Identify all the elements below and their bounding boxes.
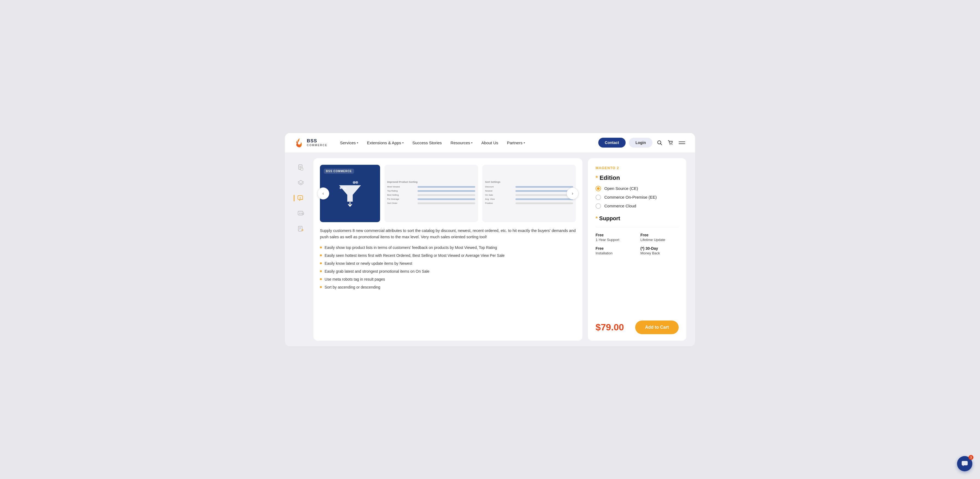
price-action: $79.00 Add to Cart [595, 316, 679, 334]
bullet-icon [320, 262, 322, 264]
svg-point-24 [353, 181, 355, 184]
sidebar-star-comment-icon[interactable] [296, 193, 306, 203]
svg-rect-26 [355, 181, 358, 183]
sidebar-layers-icon[interactable] [296, 178, 306, 188]
gallery-images: BSS COMMERCE [320, 165, 576, 222]
svg-point-3 [671, 144, 672, 145]
edition-ce-option[interactable]: Open Source (CE) [595, 186, 679, 191]
chevron-down-icon: ▾ [471, 141, 473, 144]
logo-bss: BSS [307, 138, 327, 144]
chevron-down-icon: ▾ [357, 141, 358, 144]
gallery-prev-button[interactable]: ‹ [317, 187, 329, 200]
main-nav: Services ▾ Extensions & Apps ▾ Success S… [336, 138, 598, 147]
hamburger-menu[interactable] [678, 140, 686, 145]
svg-line-1 [660, 144, 662, 145]
nav-partners[interactable]: Partners ▾ [503, 138, 529, 147]
svg-rect-16 [298, 226, 302, 231]
svg-rect-27 [962, 461, 968, 465]
login-button[interactable]: Login [629, 138, 652, 148]
chevron-down-icon: ▾ [523, 141, 525, 144]
product-price: $79.00 [595, 322, 624, 333]
gallery-next-button[interactable]: › [566, 187, 579, 200]
radio-ce[interactable] [595, 186, 601, 191]
list-item: Easily show top product lists in terms o… [320, 245, 576, 251]
nav-success-stories[interactable]: Success Stories [409, 138, 446, 147]
list-item: Use meta robots tag in result pages [320, 276, 576, 282]
contact-button[interactable]: Contact [598, 138, 625, 148]
radio-cloud[interactable] [595, 203, 601, 209]
svg-rect-23 [343, 187, 347, 189]
bullet-icon [320, 254, 322, 256]
product-thumb-1[interactable]: Improved Product Sorting Most Viewed Top… [385, 165, 478, 222]
nav-about-us[interactable]: About Us [477, 138, 502, 147]
svg-text:FAQ: FAQ [299, 212, 304, 215]
edition-options: Open Source (CE) Commerce On-Premise (EE… [595, 186, 679, 209]
list-item: Easily seen hottest items first with Rec… [320, 253, 576, 259]
sidebar-qa-icon[interactable]: FAQ [296, 208, 306, 218]
svg-marker-13 [299, 197, 301, 199]
magento-badge: MAGENTO 2 [595, 166, 679, 170]
cart-icon[interactable] [667, 139, 674, 146]
support-title: * Support [595, 215, 679, 222]
bullet-icon [320, 270, 322, 272]
chevron-down-icon: ▾ [402, 141, 404, 144]
nav-extensions[interactable]: Extensions & Apps ▾ [363, 138, 407, 147]
product-thumb-2[interactable]: Sort Settings Discount Newest On Sale Av… [482, 165, 576, 222]
sidebar-edit-icon[interactable] [296, 224, 306, 234]
nav-services[interactable]: Services ▾ [336, 138, 362, 147]
product-container: ‹ BSS COMMERCE [313, 158, 582, 341]
thumb-table-1: Improved Product Sorting Most Viewed Top… [385, 178, 478, 209]
support-item-2: Free Lifetime Update [640, 233, 679, 242]
svg-point-2 [670, 144, 670, 145]
chat-badge: 3 [969, 455, 974, 460]
search-icon[interactable] [656, 139, 663, 146]
support-item-1: Free 1-Year Support [595, 233, 634, 242]
sidebar: FAQ [294, 158, 308, 341]
nav-resources[interactable]: Resources ▾ [447, 138, 477, 147]
sidebar-document-icon[interactable] [296, 163, 306, 173]
list-item: Sort by ascending or descending [320, 284, 576, 290]
list-item: Easily know latest or newly update items… [320, 261, 576, 266]
header-actions: Contact Login [598, 138, 686, 148]
right-panel: MAGENTO 2 * Edition Open Source (CE) Com… [588, 158, 686, 341]
svg-marker-11 [298, 180, 304, 184]
edition-cloud-option[interactable]: Commerce Cloud [595, 203, 679, 209]
product-description: Supply customers 8 new commercial attrib… [320, 228, 576, 290]
main-content: FAQ ‹ BSS COMMERCE [285, 153, 695, 346]
list-item: Easily grab latest and strongest promoti… [320, 269, 576, 274]
support-item-3: Free Installation [595, 246, 634, 255]
support-divider [595, 227, 679, 227]
radio-ee[interactable] [595, 195, 601, 200]
product-gallery: ‹ BSS COMMERCE [320, 165, 576, 222]
edition-title: * Edition [595, 174, 679, 181]
edition-ee-option[interactable]: Commerce On-Premise (EE) [595, 195, 679, 200]
support-grid: Free 1-Year Support Free Lifetime Update… [595, 233, 679, 255]
feature-list: Easily show top product lists in terms o… [320, 245, 576, 290]
bss-logo-badge: BSS COMMERCE [324, 168, 354, 174]
logo-commerce: COMMERCE [307, 144, 327, 147]
thumb-table-2: Sort Settings Discount Newest On Sale Av… [482, 178, 576, 209]
add-to-cart-button[interactable]: Add to Cart [635, 320, 679, 334]
bullet-icon [320, 278, 322, 280]
bullet-icon [320, 246, 322, 248]
bullet-icon [320, 286, 322, 288]
header: BSS COMMERCE Services ▾ Extensions & App… [285, 133, 695, 153]
svg-point-22 [340, 187, 342, 189]
support-item-4: (*) 30-Day Money Back [640, 246, 679, 255]
svg-marker-20 [339, 185, 361, 201]
logo[interactable]: BSS COMMERCE [294, 137, 327, 148]
chat-bubble[interactable]: 3 [957, 456, 972, 471]
